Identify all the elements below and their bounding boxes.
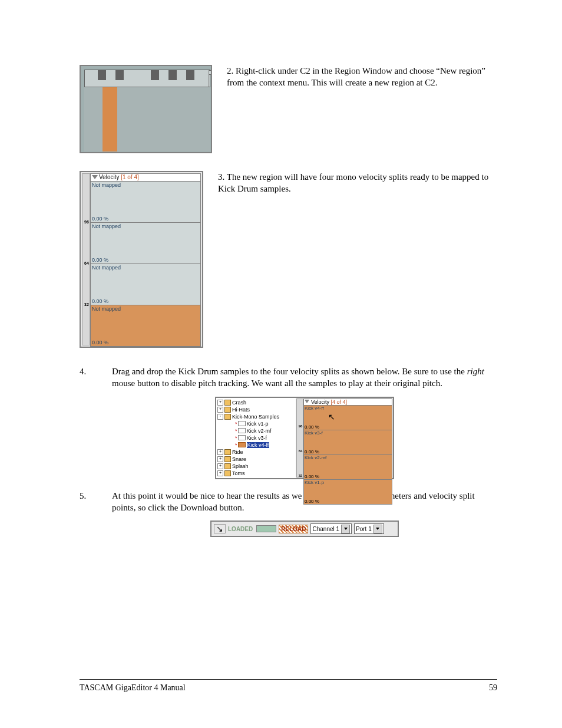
tree-item: +Ride [217, 449, 295, 456]
folder-icon [224, 456, 231, 462]
tree-item: -Kick-Mono Samples [217, 413, 295, 420]
tree-item: +Toms [217, 470, 295, 477]
velocity-cell: Kick v2-mf0.00 % [303, 455, 392, 480]
tree-item-label: Hi-Hats [232, 407, 250, 413]
chevron-down-icon [341, 525, 350, 533]
tree-item-label: Kick v3-f [247, 435, 267, 441]
velocity-cell: Kick v4-ff0.00 % [303, 406, 392, 430]
tree-item-label: Kick v1-p [247, 421, 269, 427]
chevron-down-icon [92, 175, 98, 179]
velocity-header: Velocity [1 of 4] [90, 173, 201, 182]
folder-icon [224, 400, 231, 406]
folder-icon [224, 414, 231, 420]
tree-item: +Splash [217, 463, 295, 470]
wave-icon [238, 435, 246, 440]
tree-item-label: Snare [232, 456, 246, 462]
step-3-text: 3. The new region will have four mono ve… [218, 171, 497, 195]
velocity-cell: Kick v3-f0.00 % [303, 430, 392, 455]
tree-item: *Kick v4-ff [229, 442, 295, 449]
expand-icon: + [217, 470, 223, 476]
step-4-body: Drag and drop the Kick Drum samples to t… [112, 365, 497, 479]
download-button: ↘ [214, 524, 226, 533]
manual-page: 2 2. Right-click under C2 in the Region … [0, 0, 562, 728]
channel-select: Channel 1 [310, 523, 352, 534]
folder-icon [224, 449, 231, 455]
step-2-text: 2. Right-click under C2 in the Region Wi… [227, 65, 497, 89]
region-window-screenshot: 2 [80, 65, 212, 153]
expand-icon: + [217, 449, 223, 455]
folder-icon [224, 470, 231, 476]
tree-item-label: Kick v2-mf [247, 428, 272, 434]
wave-icon [238, 428, 246, 433]
velocity-header: Velocity [4 of 4] [303, 398, 392, 406]
step-3-row: 96 64 32 Velocity [1 of 4] Not mapped 0.… [80, 171, 497, 348]
port-select: Port 1 [354, 523, 384, 534]
velocity-cell: Not mapped 0.00 % [90, 182, 201, 223]
loaded-label: LOADED [228, 526, 253, 532]
wave-icon [238, 421, 246, 426]
tree-item: *Kick v1-p [229, 420, 295, 427]
tree-item-label: Toms [232, 470, 245, 476]
step-number: 4. [80, 365, 112, 479]
arrow-icon: ↘ [216, 526, 223, 532]
reload-button: RELOAD [279, 525, 308, 533]
folder-icon [224, 407, 231, 413]
step-2-row: 2 2. Right-click under C2 in the Region … [80, 65, 497, 153]
tree-item-label: Kick-Mono Samples [232, 414, 279, 420]
figure-velocity-splits: 96 64 32 Velocity [1 of 4] Not mapped 0.… [80, 171, 203, 348]
expand-icon: + [217, 456, 223, 462]
expand-icon: + [217, 407, 223, 413]
velocity-cell: Not mapped 0.00 % [90, 223, 201, 264]
velocity-cell: Not mapped 0.00 % [90, 264, 201, 305]
chevron-down-icon [305, 400, 309, 403]
sample-tree: +Crash+Hi-Hats-Kick-Mono Samples*Kick v1… [216, 398, 296, 478]
page-footer: TASCAM GigaEditor 4 Manual 59 [80, 679, 497, 693]
chevron-down-icon [373, 525, 382, 533]
step-4: 4. Drag and drop the Kick Drum samples t… [80, 365, 497, 479]
tree-item: *Kick v2-mf [229, 427, 295, 434]
tree-item-label: Crash [232, 400, 246, 406]
wave-icon [238, 442, 246, 447]
tree-item-label: Kick v4-ff [247, 442, 270, 448]
velocity-splits-screenshot: 96 64 32 Velocity [1 of 4] Not mapped 0.… [80, 171, 203, 348]
velocity-cell: Kick v1-p0.00 % [303, 480, 392, 505]
figure-drag-drop: +Crash+Hi-Hats-Kick-Mono Samples*Kick v1… [215, 397, 394, 479]
footer-title: TASCAM GigaEditor 4 Manual [80, 683, 186, 693]
tree-item: *Kick v3-f [229, 434, 295, 442]
step-number: 5. [80, 490, 112, 538]
step-5: 5. At this point it would be nice to hea… [80, 490, 497, 538]
tree-item: +Crash [217, 399, 295, 406]
folder-icon [224, 463, 231, 469]
tree-item-label: Splash [232, 463, 249, 469]
expand-icon: - [217, 414, 223, 420]
page-number: 59 [489, 683, 497, 693]
tree-item: +Snare [217, 456, 295, 463]
figure-region-window: 2 [80, 65, 212, 153]
figure-toolbar: ↘ LOADED RELOAD Channel 1 Port 1 [210, 521, 399, 537]
tree-item: +Hi-Hats [217, 406, 295, 413]
velocity-panel: 96 64 32 Velocity [4 of 4] Kick v4-ff0.0… [296, 398, 393, 478]
expand-icon: + [217, 400, 223, 406]
progress-bar [256, 525, 276, 532]
tree-item-label: Ride [232, 449, 243, 455]
velocity-cell-selected: Not mapped 0.00 % [90, 305, 201, 347]
expand-icon: + [217, 463, 223, 469]
